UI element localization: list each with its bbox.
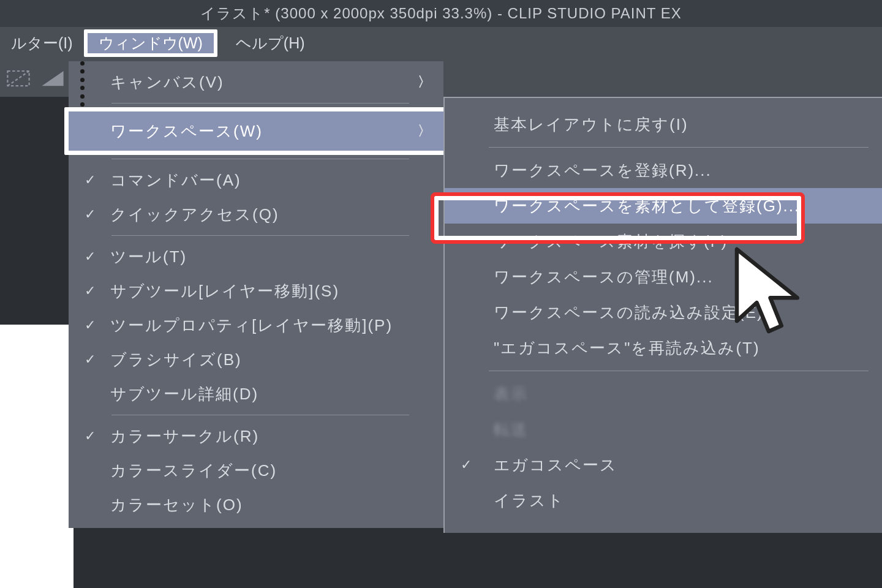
- menu1-canvas-label: キャンバス(V): [100, 72, 418, 93]
- menu2-blur1-label: 表示: [479, 383, 871, 405]
- menu1-colorslider[interactable]: カラースライダー(C): [69, 453, 443, 488]
- menubar: ルター(I) ウィンドウ(W) ヘルプ(H): [0, 27, 882, 59]
- check-icon: ✓: [80, 283, 100, 299]
- menu1-quickaccess-label: クイックアクセス(Q): [100, 204, 431, 225]
- menu1-subtool[interactable]: ✓ サブツール[レイヤー移動](S): [69, 274, 443, 308]
- menu2-register-label: ワークスペースを登録(R)...: [479, 160, 871, 181]
- menu-window[interactable]: ウィンドウ(W): [88, 33, 214, 53]
- menu2-reset[interactable]: 基本レイアウトに戻す(I): [445, 107, 882, 142]
- menu1-brushsize[interactable]: ✓ ブラシサイズ(B): [69, 342, 443, 377]
- menu1-canvas[interactable]: キャンバス(V) 〉: [69, 65, 443, 99]
- menu1-toolprop[interactable]: ✓ ツールプロパティ[レイヤー移動](P): [69, 308, 443, 342]
- menu2-search[interactable]: ワークスペース素材を探す(F): [445, 224, 882, 259]
- menu1-commandbar[interactable]: ✓ コマンドバー(A): [69, 163, 443, 197]
- menu2-reload[interactable]: "エガコスペース"を再読み込み(T): [445, 330, 882, 366]
- separator: [111, 415, 409, 415]
- chevron-right-icon: 〉: [418, 122, 431, 140]
- check-icon: ✓: [80, 172, 100, 188]
- menu-help[interactable]: ヘルプ(H): [225, 27, 316, 59]
- menu1-toolprop-label: ツールプロパティ[レイヤー移動](P): [100, 315, 431, 336]
- select-fill-icon[interactable]: [38, 63, 67, 92]
- separator: [489, 147, 869, 148]
- menu1-quickaccess[interactable]: ✓ クイックアクセス(Q): [69, 197, 443, 232]
- check-icon: ✓: [80, 352, 100, 368]
- separator: [111, 235, 409, 236]
- menu2-register-material[interactable]: ワークスペースを素材として登録(G)...: [445, 188, 882, 224]
- menu2-reset-label: 基本レイアウトに戻す(I): [479, 114, 871, 135]
- menu1-colorcircle-label: カラーサークル(R): [100, 426, 431, 447]
- menu1-tool-label: ツール(T): [100, 246, 431, 268]
- menu2-register-material-label: ワークスペースを素材として登録(G)...: [479, 195, 871, 217]
- titlebar: イラスト* (3000 x 2000px 350dpi 33.3%) - CLI…: [0, 0, 882, 27]
- menu2-reload-label: "エガコスペース"を再読み込み(T): [479, 337, 871, 359]
- menu1-colorcircle[interactable]: ✓ カラーサークル(R): [69, 419, 443, 453]
- svg-line-1: [7, 71, 29, 86]
- menu1-subtool-label: サブツール[レイヤー移動](S): [100, 281, 431, 302]
- connector-dots: [80, 61, 85, 107]
- separator: [111, 159, 409, 159]
- menu1-tool[interactable]: ✓ ツール(T): [69, 239, 443, 274]
- menu1-workspace-label: ワークスペース(W): [100, 121, 418, 142]
- menu1-commandbar-label: コマンドバー(A): [100, 170, 431, 191]
- check-icon: ✓: [80, 317, 100, 333]
- check-icon: ✓: [80, 249, 100, 265]
- check-icon: ✓: [454, 457, 479, 473]
- cursor-icon: [729, 245, 809, 349]
- menu1-colorset[interactable]: カラーセット(O): [69, 488, 443, 522]
- menu1-subtooldetail[interactable]: サブツール詳細(D): [69, 377, 443, 411]
- menu2-manage-label: ワークスペースの管理(M)...: [479, 266, 871, 288]
- select-outline-icon[interactable]: [4, 63, 33, 92]
- highlight-box-workspace: ワークスペース(W) 〉: [64, 107, 448, 155]
- menu2-egako[interactable]: ✓ エガコスペース: [445, 447, 882, 483]
- menu2-blur2[interactable]: 転送: [445, 412, 882, 447]
- separator: [489, 371, 869, 371]
- menu2-search-label: ワークスペース素材を探す(F): [479, 231, 871, 252]
- chevron-right-icon: 〉: [418, 73, 431, 91]
- menu2-illust-label: イラスト: [479, 490, 871, 511]
- menu2-blur2-label: 転送: [479, 419, 871, 440]
- menu2-readsetting-label: ワークスペースの読み込み設定(E)...: [479, 302, 871, 323]
- svg-rect-0: [7, 71, 29, 86]
- canvas-paper: [0, 325, 74, 588]
- menu2-readsetting[interactable]: ワークスペースの読み込み設定(E)...: [445, 295, 882, 330]
- menu2-blur1[interactable]: 表示: [445, 376, 882, 412]
- menu-filter[interactable]: ルター(I): [0, 27, 84, 59]
- separator: [111, 103, 409, 104]
- menu1-workspace[interactable]: ワークスペース(W) 〉: [69, 111, 443, 151]
- check-icon: ✓: [80, 206, 100, 222]
- menu1-subtooldetail-label: サブツール詳細(D): [100, 383, 431, 405]
- menu2-manage[interactable]: ワークスペースの管理(M)...: [445, 259, 882, 295]
- dropdown-window: キャンバス(V) 〉 ワークスペース(W) 〉 ✓ コマンドバー(A) ✓ クイ…: [69, 61, 443, 528]
- check-icon: ✓: [80, 428, 100, 444]
- menu2-illust[interactable]: イラスト: [445, 483, 882, 518]
- highlight-box-window: ウィンドウ(W): [84, 29, 217, 57]
- menu1-colorslider-label: カラースライダー(C): [100, 460, 431, 481]
- menu1-colorset-label: カラーセット(O): [100, 494, 431, 516]
- menu1-brushsize-label: ブラシサイズ(B): [100, 349, 431, 371]
- menu2-egako-label: エガコスペース: [479, 454, 871, 476]
- submenu-workspace: 基本レイアウトに戻す(I) ワークスペースを登録(R)... ワークスペースを素…: [443, 97, 882, 533]
- svg-marker-2: [42, 71, 63, 86]
- menu2-register[interactable]: ワークスペースを登録(R)...: [445, 153, 882, 188]
